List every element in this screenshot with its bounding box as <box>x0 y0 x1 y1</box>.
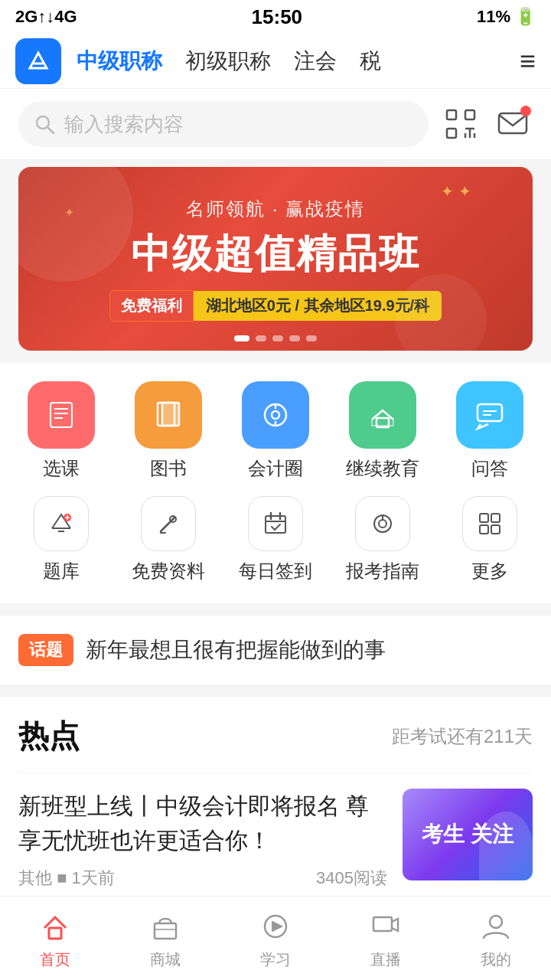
mine-label: 我的 <box>481 949 511 970</box>
tab-zhuhui[interactable]: 注会 <box>294 47 337 76</box>
icon-grid: 选课 图书 会计圈 <box>0 363 551 603</box>
message-badge <box>520 106 531 116</box>
icon-wenda[interactable]: 问答 <box>444 381 536 481</box>
kuaijiquan-label: 会计圈 <box>248 456 303 481</box>
banner[interactable]: ✦ ✦ ✦ 名师领航 · 赢战疫情 中级超值精品班 免费福利 湖北地区0元 / … <box>18 167 533 351</box>
svg-rect-21 <box>478 404 502 421</box>
svg-rect-44 <box>491 525 500 534</box>
svg-point-17 <box>272 411 279 419</box>
baokaozhinan-icon <box>355 496 410 551</box>
icon-mianfeiziliao[interactable]: 免费资料 <box>122 496 214 583</box>
meiriqiandao-label: 每日签到 <box>239 559 312 583</box>
bottom-nav-mine[interactable]: 我的 <box>441 906 551 970</box>
home-icon <box>35 906 75 946</box>
svg-rect-46 <box>155 923 176 939</box>
icon-meiriqiandao[interactable]: 每日签到 <box>230 496 321 583</box>
svg-rect-50 <box>373 917 392 931</box>
svg-rect-32 <box>266 516 285 533</box>
mianfeiziliao-icon <box>141 496 196 551</box>
hot-section: 热点 距考试还有211天 新班型上线丨中级会计即将报名 尊享无忧班也许更适合你！… <box>0 697 551 923</box>
scan-button[interactable] <box>441 104 481 144</box>
svg-line-1 <box>47 127 54 133</box>
signal-text: 2G↑↓4G <box>15 7 77 27</box>
dot-5[interactable] <box>306 335 317 341</box>
dot-1[interactable] <box>234 335 249 341</box>
bottom-nav-shop[interactable]: 商城 <box>110 906 220 970</box>
icon-row-2: 题库 免费资料 <box>8 496 543 596</box>
icon-tushu[interactable]: 图书 <box>122 381 214 481</box>
news-thumb: 考生 关注 <box>403 789 533 880</box>
clock: 15:50 <box>252 5 303 29</box>
icon-tiku[interactable]: 题库 <box>15 496 107 583</box>
hot-header: 热点 距考试还有211天 <box>18 715 533 757</box>
wenda-label: 问答 <box>471 456 508 481</box>
bottom-nav-study[interactable]: 学习 <box>220 906 331 970</box>
bottom-nav-home[interactable]: 首页 <box>0 906 110 970</box>
topic-banner[interactable]: 话题 新年最想且很有把握能做到的事 <box>0 616 551 684</box>
banner-dots <box>234 335 317 341</box>
news-reads: 3405阅读 <box>316 867 387 890</box>
dot-4[interactable] <box>289 335 300 341</box>
tushu-label: 图书 <box>150 456 187 481</box>
svg-rect-41 <box>480 514 488 522</box>
kuaijiquan-icon <box>242 381 309 449</box>
bottom-nav: 首页 商城 学习 直播 <box>0 896 551 980</box>
battery-area: 11% 🔋 <box>477 7 536 27</box>
icon-jixujiaovu[interactable]: 继续教育 <box>337 381 429 481</box>
hot-countdown: 距考试还有211天 <box>392 724 533 749</box>
icon-gengduo[interactable]: 更多 <box>444 496 536 583</box>
svg-rect-3 <box>465 110 474 119</box>
xueke-icon <box>28 381 95 449</box>
hot-title: 热点 <box>18 715 80 757</box>
tushu-icon <box>135 381 202 449</box>
svg-rect-43 <box>480 525 488 534</box>
icon-row-1: 选课 图书 会计圈 <box>8 381 543 481</box>
shop-icon <box>145 906 185 946</box>
svg-point-39 <box>379 520 386 528</box>
top-nav: 中级职称 初级职称 注会 税 ≡ <box>0 34 551 89</box>
icon-xueke[interactable]: 选课 <box>15 381 107 481</box>
logo-button[interactable] <box>15 38 61 84</box>
search-input-wrap[interactable]: 输入搜索内容 <box>18 101 429 147</box>
tab-shui[interactable]: 税 <box>360 47 381 76</box>
shop-label: 商城 <box>150 949 181 970</box>
bottom-nav-live[interactable]: 直播 <box>331 906 441 970</box>
news-thumb-text: 考生 关注 <box>422 821 514 848</box>
icon-baokaozhinan[interactable]: 报考指南 <box>337 496 429 583</box>
banner-promo: 免费福利 湖北地区0元 / 其余地区19.9元/科 <box>109 290 442 322</box>
nav-tabs: 中级职称 初级职称 注会 税 <box>77 47 504 76</box>
signal-area: 2G↑↓4G <box>15 7 77 27</box>
message-button[interactable] <box>493 104 533 144</box>
mianfeiziliao-label: 免费资料 <box>132 559 205 583</box>
study-icon <box>256 906 295 946</box>
search-icon <box>34 113 55 135</box>
jixujiaovu-icon <box>349 381 416 449</box>
topic-tag: 话题 <box>18 634 73 666</box>
battery-text: 11% <box>477 7 510 27</box>
banner-subtitle: 名师领航 · 赢战疫情 <box>186 197 365 221</box>
topic-text: 新年最想且很有把握能做到的事 <box>86 635 386 665</box>
banner-title: 中级超值精品班 <box>131 227 420 281</box>
svg-rect-45 <box>49 928 61 939</box>
wenda-icon <box>456 381 523 449</box>
svg-point-51 <box>490 916 502 928</box>
svg-rect-10 <box>51 403 72 427</box>
news-item[interactable]: 新班型上线丨中级会计即将报名 尊享无忧班也许更适合你！ 其他 ■ 1天前 340… <box>18 773 533 905</box>
home-label: 首页 <box>40 949 70 970</box>
svg-marker-49 <box>272 922 282 931</box>
svg-rect-42 <box>491 514 500 522</box>
scan-icon <box>444 107 478 141</box>
icon-kuaijiquan[interactable]: 会计圈 <box>230 381 321 481</box>
status-bar: 2G↑↓4G 15:50 11% 🔋 <box>0 0 551 34</box>
tab-chujizhi[interactable]: 初级职称 <box>185 47 271 76</box>
promo-tag: 免费福利 <box>109 290 194 322</box>
svg-rect-15 <box>162 403 179 426</box>
news-title: 新班型上线丨中级会计即将报名 尊享无忧班也许更适合你！ <box>18 789 387 858</box>
news-meta: 其他 ■ 1天前 3405阅读 <box>18 867 387 890</box>
tiku-label: 题库 <box>43 559 80 583</box>
dot-2[interactable] <box>256 335 266 341</box>
svg-rect-4 <box>447 129 456 138</box>
nav-more-button[interactable]: ≡ <box>520 45 536 77</box>
dot-3[interactable] <box>272 335 283 341</box>
tab-zhongjizhi[interactable]: 中级职称 <box>77 47 162 76</box>
